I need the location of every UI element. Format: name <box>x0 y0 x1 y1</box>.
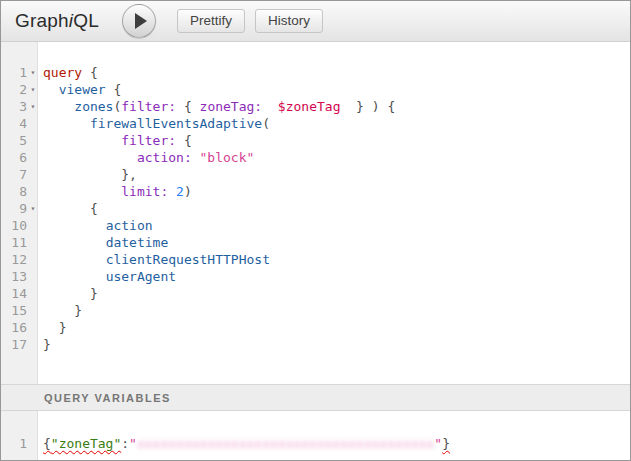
query-variables-title: QUERY VARIABLES <box>44 392 171 404</box>
token-plain <box>192 99 200 114</box>
token-property: viewer <box>59 82 106 97</box>
token-plain <box>43 82 59 97</box>
token-string: " <box>129 436 137 451</box>
code-line: 6 action: "block" <box>1 149 630 166</box>
line-number: 8 <box>1 183 27 200</box>
token-plain <box>168 184 176 199</box>
code-line-content: } <box>39 302 82 319</box>
code-line-content: {"zoneTag":"xxxxxxxxxxxxxxxxxxxxxxxxxxxx… <box>39 435 450 452</box>
token-punct: } <box>43 337 51 352</box>
token-plain <box>43 116 90 131</box>
code-line-content: zones(filter: { zoneTag: $zoneTag } ) { <box>39 98 395 115</box>
token-plain <box>262 99 278 114</box>
logo-part-graph: Graph <box>15 10 69 31</box>
history-button[interactable]: History <box>255 9 323 33</box>
line-number: 1 <box>1 435 27 452</box>
code-line-content: { <box>39 200 98 217</box>
code-line: 5 filter: { <box>1 132 630 149</box>
token-plain <box>176 99 184 114</box>
token-punct: } <box>43 286 98 301</box>
token-plain <box>43 99 74 114</box>
code-line: 11 datetime <box>1 234 630 251</box>
code-line: 1▾query { <box>1 64 630 81</box>
token-property: zones <box>74 99 113 114</box>
gutter-cell: 8 <box>1 183 39 200</box>
line-number: 13 <box>1 268 27 285</box>
line-number: 9 <box>1 200 27 217</box>
code-line-content: }, <box>39 166 137 183</box>
fold-arrow-icon[interactable]: ▾ <box>27 81 39 98</box>
line-number: 2 <box>1 81 27 98</box>
token-plain <box>43 184 121 199</box>
code-line: 16 } <box>1 319 630 336</box>
line-number: 10 <box>1 217 27 234</box>
token-plain <box>43 235 106 250</box>
token-property: datetime <box>106 235 169 250</box>
code-line: 7 }, <box>1 166 630 183</box>
token-string: "block" <box>200 150 255 165</box>
code-line-content: clientRequestHTTPHost <box>39 251 270 268</box>
code-line: 9▾ { <box>1 200 630 217</box>
token-plain <box>43 269 106 284</box>
code-line-content: } <box>39 319 66 336</box>
token-punct: } <box>43 320 66 335</box>
token-punct: { <box>106 82 122 97</box>
gutter-cell: 13 <box>1 268 39 285</box>
toolbar: GraphiQL Prettify History <box>1 1 630 42</box>
play-triangle-icon <box>135 13 147 29</box>
line-number: 4 <box>1 115 27 132</box>
token-punct: { <box>43 201 98 216</box>
code-line-content: userAgent <box>39 268 176 285</box>
token-punct: ( <box>262 116 270 131</box>
token-plain <box>192 150 200 165</box>
gutter-cell: 11 <box>1 234 39 251</box>
gutter-cell: 12 <box>1 251 39 268</box>
token-plain <box>43 133 121 148</box>
token-property: action <box>106 218 153 233</box>
code-line-content: firewallEventsAdaptive( <box>39 115 270 132</box>
line-number: 1 <box>1 64 27 81</box>
gutter-cell: 4 <box>1 115 39 132</box>
token-variable: $zoneTag <box>278 99 341 114</box>
gutter-cell: 15 <box>1 302 39 319</box>
code-line: 2▾ viewer { <box>1 81 630 98</box>
line-number: 12 <box>1 251 27 268</box>
fold-arrow-icon[interactable]: ▾ <box>27 64 39 81</box>
line-number: 11 <box>1 234 27 251</box>
code-line: 10 action <box>1 217 630 234</box>
variables-editor[interactable]: 1{"zoneTag":"xxxxxxxxxxxxxxxxxxxxxxxxxxx… <box>1 411 630 460</box>
graphiql-app: GraphiQL Prettify History 1▾query {2▾ vi… <box>0 0 631 461</box>
token-punct: ) <box>184 184 192 199</box>
code-line: 17} <box>1 336 630 353</box>
code-line: 12 clientRequestHTTPHost <box>1 251 630 268</box>
token-varname-squiggle: "zoneTag" <box>51 436 121 451</box>
fold-arrow-icon[interactable]: ▾ <box>27 200 39 217</box>
token-property: clientRequestHTTPHost <box>106 252 270 267</box>
token-attribute: limit: <box>121 184 168 199</box>
gutter-cell: 1▾ <box>1 64 39 81</box>
fold-arrow-icon[interactable]: ▾ <box>27 98 39 115</box>
gutter-cell: 16 <box>1 319 39 336</box>
query-editor[interactable]: 1▾query {2▾ viewer {3▾ zones(filter: { z… <box>1 42 630 384</box>
token-property: firewallEventsAdaptive <box>90 116 262 131</box>
gutter-cell: 5 <box>1 132 39 149</box>
code-line-content: } <box>39 336 51 353</box>
token-attribute: filter: <box>121 99 176 114</box>
token-punct-squiggle: { <box>43 436 51 451</box>
line-number: 17 <box>1 336 27 353</box>
code-line-content: viewer { <box>39 81 121 98</box>
code-line-content: action <box>39 217 153 234</box>
token-plain <box>43 150 137 165</box>
prettify-button[interactable]: Prettify <box>177 9 245 33</box>
gutter-cell: 1 <box>1 435 39 452</box>
code-line-content: query { <box>39 64 98 81</box>
token-attribute: filter: <box>121 133 176 148</box>
token-punct: { <box>176 133 192 148</box>
query-variables-bar[interactable]: QUERY VARIABLES <box>1 384 630 411</box>
execute-query-button[interactable] <box>122 4 156 38</box>
token-string: " <box>434 436 442 451</box>
token-punct: : <box>121 436 129 451</box>
gutter-cell: 3▾ <box>1 98 39 115</box>
code-line: 8 limit: 2) <box>1 183 630 200</box>
line-number: 16 <box>1 319 27 336</box>
